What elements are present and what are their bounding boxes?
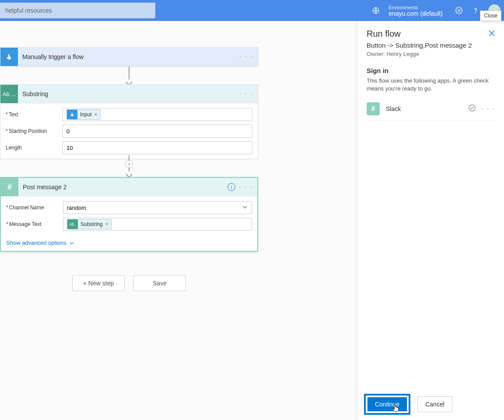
token-label: Substring	[78, 221, 105, 227]
slack-hash-icon: #	[1, 178, 18, 196]
chevron-down-icon	[242, 204, 248, 212]
signin-heading: Sign in	[367, 67, 495, 74]
svg-point-2	[476, 12, 476, 13]
environment-selector[interactable]: Environments enayu.com (default)	[368, 4, 443, 17]
slack-hash-icon: #	[367, 102, 380, 115]
channel-value: random	[67, 205, 86, 211]
length-input[interactable]	[63, 141, 252, 154]
close-tooltip: Close	[480, 10, 501, 21]
save-button[interactable]: Save	[133, 275, 186, 291]
ellipsis-icon[interactable]: · · ·	[239, 183, 253, 191]
connection-name: Slack	[380, 105, 468, 112]
substring-title: Substring	[18, 90, 239, 97]
post-message-title: Post message 2	[18, 184, 228, 191]
flow-name: Button -> Substring,Post message 2	[367, 42, 495, 49]
starting-position-input[interactable]	[63, 125, 252, 138]
message-text-input[interactable]: Ab.. Substring ×	[63, 218, 252, 231]
gear-icon[interactable]	[454, 6, 464, 15]
substring-token[interactable]: Ab.. Substring ×	[67, 219, 112, 229]
environment-label: Environments	[388, 4, 443, 10]
ellipsis-icon[interactable]: · · ·	[239, 90, 253, 98]
flow-owner: Owner: Henry Legge	[367, 51, 495, 57]
flow-canvas: Manually trigger a flow · · · Ab ... Sub…	[0, 21, 357, 420]
substring-icon: Ab ...	[0, 85, 18, 103]
connector-arrow: +	[125, 155, 133, 180]
hand-tap-icon	[67, 109, 77, 120]
post-message-card[interactable]: # Post message 2 i · · · Channel Name ra…	[0, 177, 258, 252]
environment-name: enayu.com (default)	[388, 10, 443, 17]
close-icon[interactable]	[488, 30, 495, 38]
help-icon[interactable]	[471, 6, 480, 15]
cursor-pointer-icon	[392, 403, 399, 412]
text-input[interactable]: Input ×	[63, 108, 252, 121]
canvas-actions: + New step Save	[72, 275, 186, 291]
svg-point-1	[458, 10, 460, 12]
show-advanced-options-link[interactable]: Show advanced options	[6, 240, 74, 246]
connection-row: # Slack · · ·	[367, 102, 495, 121]
channel-name-dropdown[interactable]: random	[63, 201, 252, 214]
trigger-title: Manually trigger a flow	[18, 53, 239, 60]
remove-token-icon[interactable]: ×	[105, 221, 111, 227]
search-input[interactable]: helpful resources	[0, 3, 155, 18]
panel-title: Run flow	[367, 29, 401, 39]
channel-name-label: Channel Name	[6, 205, 63, 211]
starting-position-label: Starting Position	[6, 128, 63, 134]
continue-button[interactable]: Continue	[368, 397, 407, 411]
length-label: Length	[6, 145, 63, 151]
trigger-card[interactable]: Manually trigger a flow · · ·	[0, 47, 258, 66]
ellipsis-icon[interactable]: · · ·	[239, 53, 253, 61]
search-text: helpful resources	[5, 7, 52, 14]
remove-token-icon[interactable]: ×	[94, 111, 100, 118]
token-label: Input	[77, 111, 94, 118]
cancel-button[interactable]: Cancel	[417, 396, 452, 412]
info-icon[interactable]: i	[228, 183, 235, 191]
message-text-label: Message Text	[6, 221, 63, 227]
substring-card[interactable]: Ab ... Substring · · · Text Input ×	[0, 84, 258, 159]
input-token[interactable]: Input ×	[66, 109, 101, 120]
substring-icon: Ab..	[67, 219, 78, 229]
app-header: helpful resources Environments enayu.com…	[0, 0, 504, 21]
hand-tap-icon	[0, 48, 18, 66]
continue-button-highlight: Continue	[364, 394, 410, 415]
text-label: Text	[6, 111, 63, 118]
signin-description: This flow uses the following apps. A gre…	[367, 77, 495, 93]
run-flow-panel: Run flow Button -> Substring,Post messag…	[357, 21, 504, 420]
check-icon	[468, 104, 476, 114]
ellipsis-icon[interactable]: · · ·	[481, 105, 495, 113]
new-step-button[interactable]: + New step	[72, 275, 125, 291]
globe-icon	[371, 6, 381, 15]
